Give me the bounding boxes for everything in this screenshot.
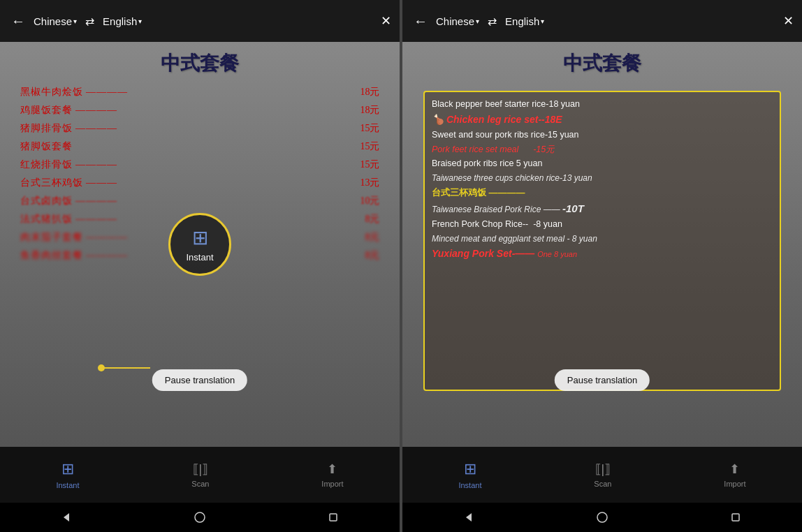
import-nav-icon: ⬆	[327, 461, 337, 477]
svg-rect-2	[330, 514, 337, 521]
back-sys-button[interactable]	[59, 510, 73, 524]
right-import-nav-label: Import	[724, 480, 745, 488]
left-top-bar: ← Chinese ▾ ⇄ English ▾ ✕	[0, 0, 400, 42]
left-menu-title: 中式套餐	[161, 50, 239, 77]
nav-item-import[interactable]: ⬆ Import	[321, 461, 343, 488]
trans-line-11: Yuxiang Pork Set-—— One 8 yuan	[432, 246, 773, 261]
right-camera-view: 中式套餐 Black pepper beef starter rice-18 y…	[402, 42, 802, 447]
svg-marker-0	[64, 513, 69, 522]
right-nav-item-scan[interactable]: ⟦|⟧ Scan	[594, 461, 611, 488]
left-menu-background: 中式套餐 黑椒牛肉烩饭 ———— 18元 鸡腿饭套餐 ———— 18元 猪脚排骨…	[0, 42, 400, 447]
scan-nav-label: Scan	[191, 480, 209, 488]
trans-line-7: 台式三杯鸡饭 ————	[432, 186, 773, 200]
right-swap-icon[interactable]: ⇄	[488, 15, 497, 28]
right-panel: ← Chinese ▾ ⇄ English ▾ ✕ 中式套餐 Black pep…	[402, 0, 802, 532]
right-target-lang[interactable]: English ▾	[505, 15, 544, 27]
recents-sys-button[interactable]	[326, 510, 340, 524]
left-panel: ← Chinese ▾ ⇄ English ▾ ✕ 中式套餐 黑椒牛肉烩饭 ——…	[0, 0, 400, 532]
left-system-bar	[0, 503, 400, 532]
right-system-bar	[402, 503, 802, 532]
trans-line-6: Taiwanese three cups chicken rice-13 yua…	[432, 172, 773, 184]
home-sys-button[interactable]	[193, 510, 207, 524]
trans-line-8: Taiwanese Braised Pork Rice —— -10T	[432, 201, 773, 217]
right-back-button[interactable]: ←	[411, 10, 430, 32]
trans-line-4: Pork feet rice set meal -15元	[432, 143, 773, 156]
right-menu-title: 中式套餐	[563, 50, 641, 77]
list-item: 猪脚排骨饭 ———— 15元	[20, 120, 380, 137]
right-nav-item-import[interactable]: ⬆ Import	[724, 461, 745, 488]
trans-line-9: French Pork Chop Rice-- -8 yuan	[432, 218, 773, 231]
svg-marker-3	[466, 513, 472, 522]
nav-item-scan[interactable]: ⟦|⟧ Scan	[191, 461, 209, 488]
instant-circle-icon: ⊞	[192, 226, 208, 249]
list-item: 台式卤肉饭 ———— 10元	[20, 193, 380, 209]
trans-line-5: Braised pork ribs rice 5 yuan	[432, 157, 773, 170]
right-menu-background: 中式套餐 Black pepper beef starter rice-18 y…	[402, 42, 802, 447]
svg-point-1	[195, 512, 205, 522]
right-recents-sys-button[interactable]	[729, 510, 743, 524]
right-source-lang-arrow: ▾	[476, 17, 479, 25]
left-flash-icon[interactable]: ✕	[381, 13, 391, 29]
translation-overlay: Black pepper beef starter rice-18 yuan 🍗…	[423, 91, 781, 391]
trans-line-1: Black pepper beef starter rice-18 yuan	[432, 98, 773, 111]
left-camera-view: 中式套餐 黑椒牛肉烩饭 ———— 18元 鸡腿饭套餐 ———— 18元 猪脚排骨…	[0, 42, 400, 447]
list-item: 猪脚饭套餐 15元	[20, 138, 380, 155]
right-back-sys-button[interactable]	[462, 510, 476, 524]
right-scan-nav-label: Scan	[594, 480, 611, 488]
right-instant-nav-icon: ⊞	[464, 460, 476, 478]
right-flash-icon[interactable]: ✕	[783, 13, 794, 29]
right-scan-nav-icon: ⟦|⟧	[595, 461, 611, 477]
scan-nav-icon: ⟦|⟧	[193, 461, 209, 477]
target-lang-arrow: ▾	[138, 17, 142, 25]
left-source-lang[interactable]: Chinese ▾	[34, 15, 77, 27]
left-target-lang[interactable]: English ▾	[103, 15, 142, 27]
right-source-lang[interactable]: Chinese ▾	[436, 15, 479, 27]
list-item: 红烧排骨饭 ———— 15元	[20, 156, 380, 173]
right-target-lang-arrow: ▾	[541, 17, 544, 25]
right-bottom-nav: ⊞ Instant ⟦|⟧ Scan ⬆ Import	[402, 447, 802, 503]
right-pause-button[interactable]: Pause translation	[555, 369, 650, 391]
import-nav-label: Import	[321, 480, 343, 488]
left-pause-button[interactable]: Pause translation	[152, 369, 247, 391]
list-item: 鸡腿饭套餐 ———— 18元	[20, 102, 380, 119]
trans-line-2: 🍗 Chicken leg rice set--18E	[432, 112, 773, 127]
trans-line-3: Sweet and sour pork ribs rice-15 yuan	[432, 128, 773, 142]
left-back-button[interactable]: ←	[8, 10, 28, 32]
instant-nav-icon: ⊞	[61, 460, 74, 478]
right-home-sys-button[interactable]	[595, 510, 609, 524]
nav-item-instant[interactable]: ⊞ Instant	[56, 460, 79, 489]
instant-circle-label: Instant	[186, 252, 213, 263]
right-instant-nav-label: Instant	[458, 481, 481, 489]
svg-point-4	[597, 512, 607, 522]
right-top-bar: ← Chinese ▾ ⇄ English ▾ ✕	[402, 0, 802, 42]
svg-rect-5	[732, 514, 739, 521]
trans-line-10: Minced meat and eggplant set meal - 8 yu…	[432, 232, 773, 245]
left-bottom-nav: ⊞ Instant ⟦|⟧ Scan ⬆ Import	[0, 447, 400, 503]
list-item: 台式三杯鸡饭 ——— 13元	[20, 175, 380, 191]
indicator-line	[101, 367, 150, 369]
instant-overlay[interactable]: ⊞ Instant	[168, 213, 231, 276]
list-item: 黑椒牛肉烩饭 ———— 18元	[20, 84, 380, 101]
instant-circle[interactable]: ⊞ Instant	[168, 213, 231, 276]
right-nav-item-instant[interactable]: ⊞ Instant	[458, 460, 481, 489]
right-import-nav-icon: ⬆	[729, 461, 740, 477]
instant-nav-label: Instant	[56, 481, 79, 489]
left-swap-icon[interactable]: ⇄	[85, 15, 94, 28]
source-lang-arrow: ▾	[73, 17, 77, 25]
